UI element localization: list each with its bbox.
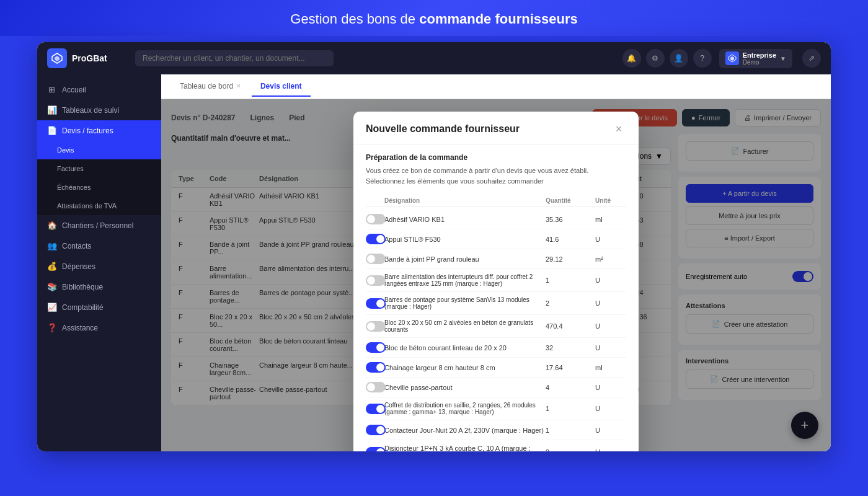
- sidebar-item-factures[interactable]: Factures: [37, 159, 161, 178]
- help-icon[interactable]: ?: [693, 49, 712, 68]
- money-icon: 💰: [47, 262, 56, 271]
- modal-close-button[interactable]: ×: [611, 122, 626, 136]
- toggle-appui[interactable]: [366, 234, 386, 244]
- modal-title: Nouvelle commande fournisseur: [366, 123, 520, 135]
- sidebar-label-bibliotheque: Bibliothèque: [62, 283, 103, 291]
- modal-subtitle: Préparation de la commande: [366, 153, 626, 162]
- list-item: Bloc 20 x 20 x 50 cm 2 alvéoles en béton…: [366, 315, 626, 338]
- col-qty-label: Quantité: [546, 197, 595, 204]
- sidebar-item-attestations-tva[interactable]: Attestations de TVA: [37, 197, 161, 215]
- list-item: Barre alimentation des interrupteurs dif…: [366, 269, 626, 292]
- sidebar-label-depenses: Dépenses: [62, 262, 95, 271]
- sidebar-label-accueil: Accueil: [62, 86, 86, 94]
- toggle-chainage[interactable]: [366, 362, 386, 373]
- sidebar-label-factures: Factures: [57, 165, 84, 172]
- list-item: Coffret de distribution en saillie, 2 ra…: [366, 397, 626, 420]
- enterprise-badge[interactable]: Entreprise Démo ▼: [719, 49, 792, 68]
- sidebar-item-contacts[interactable]: 👥 Contacts: [37, 236, 161, 256]
- sidebar-item-echeances[interactable]: Échéances: [37, 178, 161, 197]
- sidebar-item-devis[interactable]: Devis: [37, 141, 161, 159]
- list-item: Adhésif VARIO KB1 35.36 ml: [366, 210, 626, 229]
- col-unit-label: Unité: [595, 197, 626, 204]
- sidebar-label-assistance: Assistance: [62, 324, 98, 332]
- sidebar-item-assistance[interactable]: ❓ Assistance: [37, 317, 161, 338]
- banner-text-bold: commande fournisseurs: [419, 11, 578, 27]
- list-item: Cheville passe-partout 4 U: [366, 378, 626, 397]
- header-icons: 🔔 ⚙ 👤 ?: [622, 49, 712, 68]
- building-icon: 🏠: [47, 221, 56, 230]
- banner: Gestion des bons de commande fournisseur…: [0, 0, 868, 36]
- toggle-bloc-alveoles[interactable]: [366, 321, 386, 332]
- tab-tableau-bord-label: Tableau de bord: [180, 82, 233, 91]
- main-content: Tableau de bord × Devis client Devis n° …: [161, 74, 831, 451]
- sidebar-item-comptabilite[interactable]: 📈 Comptabilité: [37, 297, 161, 317]
- sidebar-item-tableaux[interactable]: 📊 Tableaux de suivi: [37, 100, 161, 120]
- toggle-barres-pont[interactable]: [366, 298, 386, 309]
- sidebar-label-attestations-tva: Attestations de TVA: [57, 202, 117, 210]
- logo-text: ProGBat: [72, 53, 107, 63]
- tab-tableau-bord-close[interactable]: ×: [237, 82, 241, 89]
- list-item: Bande à joint PP grand rouleau 29.12 m²: [366, 249, 626, 269]
- library-icon: 📚: [47, 282, 56, 291]
- tab-tableau-bord[interactable]: Tableau de bord ×: [171, 77, 249, 97]
- sidebar-label-tableaux: Tableaux de suivi: [62, 106, 119, 115]
- document-icon: 📄: [47, 126, 56, 135]
- chevron-down-icon: ▼: [780, 55, 786, 62]
- svg-marker-1: [55, 56, 60, 61]
- user-icon[interactable]: 👤: [670, 49, 688, 68]
- search-input[interactable]: [135, 50, 334, 66]
- enterprise-info: Entreprise Démo: [743, 51, 776, 66]
- sidebar-item-bibliotheque[interactable]: 📚 Bibliothèque: [37, 277, 161, 297]
- notif-icon[interactable]: 🔔: [622, 49, 641, 68]
- sidebar-item-chantiers[interactable]: 🏠 Chantiers / Personnel: [37, 215, 161, 236]
- list-item: Disjoncteur 1P+N 3 kA courbe C, 10 A (ma…: [366, 440, 626, 451]
- sidebar-label-contacts: Contacts: [62, 242, 91, 250]
- toggle-barre-alim[interactable]: [366, 275, 386, 286]
- enterprise-name: Entreprise: [743, 51, 776, 59]
- toggle-coffret[interactable]: [366, 404, 386, 414]
- share-icon[interactable]: ⇗: [802, 49, 821, 68]
- sidebar-item-accueil[interactable]: ⊞ Accueil: [37, 79, 161, 100]
- modal-body: Préparation de la commande Vous créez ce…: [353, 144, 639, 451]
- list-item: Bloc de béton courant linteau de 20 x 20…: [366, 338, 626, 358]
- home-icon: ⊞: [47, 85, 56, 94]
- sidebar: ⊞ Accueil 📊 Tableaux de suivi 📄 Devis / …: [37, 74, 161, 451]
- list-item: Appui STIL® F530 41.6 U: [366, 229, 626, 249]
- sidebar-label-chantiers: Chantiers / Personnel: [62, 221, 133, 230]
- contacts-icon: 👥: [47, 241, 56, 250]
- col-designation-label: Désignation: [384, 197, 546, 204]
- toggle-adhesif[interactable]: [366, 214, 386, 224]
- tab-devis-client-label: Devis client: [260, 82, 302, 91]
- question-icon: ❓: [47, 323, 56, 332]
- modal-description: Vous créez ce bon de commande à partir d…: [366, 166, 626, 186]
- sidebar-label-echeances: Échéances: [57, 184, 91, 191]
- toggle-contacteur[interactable]: [366, 425, 386, 435]
- toggle-disj-10a[interactable]: [366, 447, 386, 452]
- svg-marker-3: [730, 56, 734, 61]
- app-body: ⊞ Accueil 📊 Tableaux de suivi 📄 Devis / …: [37, 74, 831, 451]
- toggle-bande[interactable]: [366, 254, 386, 264]
- tabs-bar: Tableau de bord × Devis client: [161, 74, 831, 99]
- tab-devis-client[interactable]: Devis client: [252, 77, 311, 97]
- modal-list-header: Désignation Quantité Unité: [366, 195, 626, 207]
- logo-area: ProGBat: [47, 48, 128, 68]
- list-item: Contacteur Jour-Nuit 20 A 2f, 230V (marq…: [366, 420, 626, 440]
- sidebar-label-comptabilite: Comptabilité: [62, 303, 104, 312]
- toggle-cheville[interactable]: [366, 382, 386, 392]
- modal-overlay: Nouvelle commande fournisseur × Préparat…: [161, 99, 831, 451]
- logo-icon: [47, 48, 67, 68]
- settings-icon[interactable]: ⚙: [646, 49, 665, 68]
- list-item: Chainage largeur 8 cm hauteur 8 cm 17.64…: [366, 358, 626, 378]
- list-item: Barres de pontage pour système SanVis 13…: [366, 292, 626, 315]
- sidebar-sub-devis: Devis Factures Échéances Attestations de…: [37, 141, 161, 215]
- chart-icon: 📊: [47, 105, 56, 115]
- sidebar-item-depenses[interactable]: 💰 Dépenses: [37, 256, 161, 277]
- app-header: ProGBat 🔔 ⚙ 👤 ? Entreprise Démo ▼ ⇗: [37, 42, 831, 74]
- modal-header: Nouvelle commande fournisseur ×: [353, 112, 639, 144]
- toggle-bloc-beton[interactable]: [366, 342, 386, 353]
- app-container: ProGBat 🔔 ⚙ 👤 ? Entreprise Démo ▼ ⇗: [37, 42, 831, 451]
- sidebar-item-devis-factures[interactable]: 📄 Devis / factures: [37, 120, 161, 141]
- enterprise-icon: [725, 51, 739, 65]
- accounting-icon: 📈: [47, 303, 56, 312]
- sidebar-label-devis-factures: Devis / factures: [62, 126, 113, 135]
